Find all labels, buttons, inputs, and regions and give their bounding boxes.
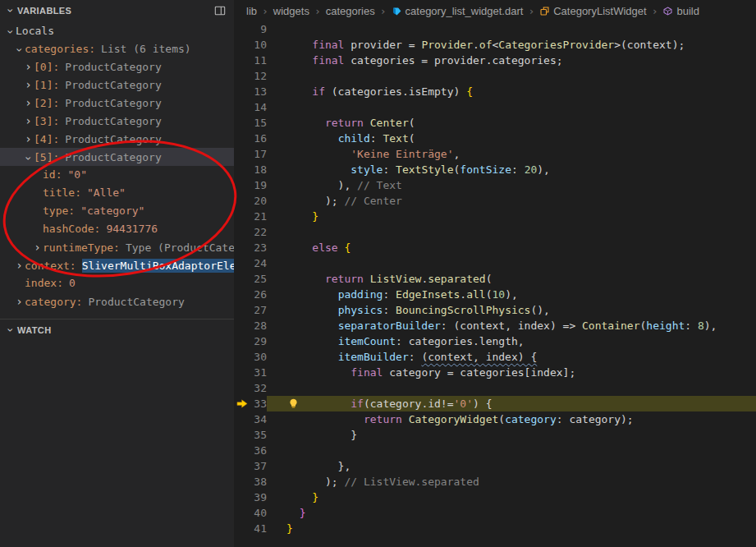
code-line-content[interactable]: return Center( [267, 115, 756, 131]
chevron-down-icon[interactable]: › [11, 44, 29, 55]
line-number[interactable]: 19 [234, 177, 267, 193]
variable-row[interactable]: ›category:ProductCategory [0, 292, 234, 310]
line-number[interactable]: 15 [234, 115, 267, 131]
line-number[interactable]: 18 [234, 162, 267, 177]
code-line-content[interactable]: separatorBuilder: (context, index) => Co… [267, 318, 756, 333]
code-line-content[interactable] [267, 68, 756, 84]
code-line-content[interactable]: ); // ListView.separated [267, 474, 756, 490]
line-number[interactable]: 21 [234, 209, 267, 224]
variable-row[interactable]: type:"category" [0, 202, 234, 220]
variable-row[interactable]: id:"0" [0, 166, 234, 184]
line-number[interactable]: 31 [234, 365, 267, 380]
variable-row[interactable]: ›[5]:ProductCategory [0, 148, 234, 166]
code-line-content[interactable] [267, 99, 756, 115]
code-line-content[interactable]: } [267, 521, 756, 536]
code-line-content[interactable]: ); // Center [267, 193, 756, 209]
chevron-right-icon[interactable]: › [23, 57, 34, 76]
code-line-content[interactable] [267, 255, 756, 271]
breadcrumb-item-category-list-widget-dart[interactable]: category_list_widget.dart [392, 5, 524, 17]
line-number[interactable]: 29 [234, 333, 267, 349]
line-number[interactable]: 17 [234, 146, 267, 162]
line-number[interactable]: 16 [234, 131, 267, 146]
chevron-right-icon[interactable]: › [32, 238, 43, 256]
code-line-content[interactable]: child: Text( [267, 131, 756, 146]
breadcrumb-item-widgets[interactable]: widgets [273, 5, 309, 17]
code-line-content[interactable]: final categories = provider.categories; [267, 53, 756, 68]
code-line-content[interactable]: return CategoryWidget(category: category… [267, 411, 756, 427]
line-number[interactable]: 13 [234, 84, 267, 99]
code-line-content[interactable] [267, 443, 756, 458]
line-number[interactable]: 26 [234, 287, 267, 302]
line-number[interactable]: 23 [234, 240, 267, 255]
line-number[interactable]: 12 [234, 68, 267, 84]
code-line-content[interactable] [267, 224, 756, 240]
code-line-content[interactable]: if (categories.isEmpty) { [267, 84, 756, 99]
line-number[interactable]: 34 [234, 411, 267, 427]
line-number[interactable]: 10 [234, 37, 267, 53]
variable-row[interactable]: index:0 [0, 274, 234, 292]
code-line-content[interactable]: physics: BouncingScrollPhysics(), [267, 302, 756, 318]
line-number[interactable]: 22 [234, 224, 267, 240]
code-line-content[interactable]: } [267, 427, 756, 443]
code-line-content[interactable]: ), // Text [267, 177, 756, 193]
code-line-content[interactable] [267, 21, 756, 37]
breadcrumb-item-build[interactable]: build [662, 5, 699, 17]
line-number[interactable]: 28 [234, 318, 267, 333]
chevron-right-icon[interactable]: › [23, 76, 34, 94]
line-number[interactable]: 37 [234, 458, 267, 474]
line-number[interactable]: 32 [234, 380, 267, 396]
code-line-content[interactable]: } [267, 505, 756, 521]
code-line-content[interactable]: style: TextStyle(fontSize: 20), [267, 162, 756, 177]
code-line-content[interactable]: itemBuilder: (context, index) { [267, 349, 756, 365]
breadcrumb-item-categories[interactable]: categories [326, 5, 375, 17]
line-number[interactable]: 35 [234, 427, 267, 443]
code-line-content[interactable]: else { [267, 240, 756, 255]
breadcrumb-item-categorylistwidget[interactable]: CategoryListWidget [539, 5, 646, 17]
watch-section-header[interactable]: › WATCH [0, 319, 234, 341]
chevron-right-icon[interactable]: › [14, 256, 25, 274]
split-panel-icon[interactable] [214, 5, 226, 16]
code-line-content[interactable]: }, [267, 458, 756, 474]
code-line-content[interactable]: } [267, 209, 756, 224]
line-number[interactable]: 39 [234, 490, 267, 505]
breadcrumb-item-lib[interactable]: lib [246, 5, 257, 17]
line-number[interactable]: 24 [234, 255, 267, 271]
line-number[interactable]: 9 [234, 21, 267, 37]
line-number[interactable]: 20 [234, 193, 267, 209]
line-number[interactable]: 27 [234, 302, 267, 318]
chevron-down-icon[interactable]: › [20, 153, 38, 163]
line-number[interactable]: 11 [234, 53, 267, 68]
line-number[interactable]: 25 [234, 271, 267, 287]
variables-section-header[interactable]: › VARIABLES [0, 0, 234, 21]
variable-row[interactable]: ›[4]:ProductCategory [0, 130, 234, 148]
chevron-right-icon[interactable]: › [14, 292, 25, 310]
chevron-right-icon[interactable]: › [23, 112, 34, 130]
variable-row[interactable]: ›context:SliverMultiBoxAdaptorElement [0, 256, 234, 274]
line-number[interactable]: 30 [234, 349, 267, 365]
code-line-content[interactable]: itemCount: categories.length, [267, 333, 756, 349]
line-number[interactable]: 36 [234, 443, 267, 458]
code-line-content[interactable] [267, 380, 756, 396]
variable-row[interactable]: hashCode:94431776 [0, 220, 234, 238]
chevron-down-icon[interactable]: › [2, 26, 20, 37]
variable-row[interactable]: ›Locals [0, 21, 234, 39]
variable-row[interactable]: ›[3]:ProductCategory [0, 112, 234, 130]
variable-row[interactable]: ›[2]:ProductCategory [0, 94, 234, 112]
line-number[interactable]: 14 [234, 99, 267, 115]
code-line-content[interactable]: if(category.id!='0') { [267, 396, 756, 411]
variable-row[interactable]: title:"Alle" [0, 184, 234, 202]
chevron-right-icon[interactable]: › [23, 130, 34, 148]
variable-row[interactable]: ›categories:List (6 items) [0, 39, 234, 57]
variable-row[interactable]: ›[1]:ProductCategory [0, 76, 234, 94]
lightbulb-icon[interactable] [288, 398, 299, 409]
variable-row[interactable]: ›runtimeType:Type (ProductCateg… [0, 238, 234, 256]
code-line-content[interactable]: padding: EdgeInsets.all(10), [267, 287, 756, 302]
code-line-content[interactable]: 'Keine Einträge', [267, 146, 756, 162]
line-number[interactable]: 40 [234, 505, 267, 521]
code-line-content[interactable]: } [267, 490, 756, 505]
code-line-content[interactable]: return ListView.separated( [267, 271, 756, 287]
variable-row[interactable]: ›[0]:ProductCategory [0, 57, 234, 76]
line-number[interactable]: 38 [234, 474, 267, 490]
line-number[interactable]: 41 [234, 521, 267, 536]
code-line-content[interactable]: final category = categories[index]; [267, 365, 756, 380]
